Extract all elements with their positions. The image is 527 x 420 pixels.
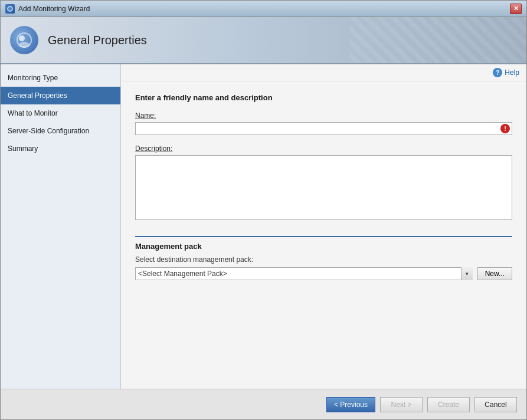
footer: < Previous Next > Create Cancel	[1, 389, 526, 419]
name-field-group: Name: !	[135, 111, 512, 135]
sidebar-item-monitoring-type[interactable]: Monitoring Type	[1, 69, 120, 87]
name-input[interactable]	[135, 122, 512, 135]
mgmt-pack-row: <Select Management Pack> ▼ New...	[135, 267, 512, 280]
help-label: Help	[505, 68, 519, 77]
svg-point-1	[8, 7, 12, 11]
svg-point-4	[19, 42, 30, 48]
sidebar-item-what-to-monitor[interactable]: What to Monitor	[1, 104, 120, 122]
sidebar-item-general-properties[interactable]: General Properties	[1, 87, 120, 104]
section-title: Enter a friendly name and description	[135, 93, 512, 102]
header-band: General Properties	[1, 17, 526, 64]
name-label: Name:	[135, 111, 512, 120]
window-icon	[5, 4, 15, 14]
mgmt-pack-title: Management pack	[135, 242, 512, 251]
previous-button[interactable]: < Previous	[326, 397, 375, 412]
wizard-window: Add Monitoring Wizard ✕ General Properti…	[0, 0, 527, 420]
mgmt-pack-select-wrapper: <Select Management Pack> ▼	[135, 267, 473, 280]
mgmt-pack-section: Management pack Select destination manag…	[135, 236, 512, 280]
help-icon: ?	[493, 68, 502, 77]
sidebar-item-summary[interactable]: Summary	[1, 140, 120, 158]
main-panel: ? Help Enter a friendly name and descrip…	[121, 64, 526, 389]
name-input-wrap: !	[135, 122, 512, 135]
sidebar-item-server-side-config[interactable]: Server-Side Configuration	[1, 122, 120, 140]
help-bar: ? Help	[121, 64, 526, 81]
help-link[interactable]: ? Help	[493, 68, 519, 77]
header-title: General Properties	[48, 34, 147, 47]
mgmt-pack-sublabel: Select destination management pack:	[135, 255, 512, 264]
mgmt-pack-select[interactable]: <Select Management Pack>	[135, 267, 473, 280]
svg-point-3	[19, 35, 25, 41]
create-button[interactable]: Create	[427, 397, 470, 412]
next-button[interactable]: Next >	[380, 397, 423, 412]
new-mgmt-pack-button[interactable]: New...	[477, 267, 512, 280]
title-bar: Add Monitoring Wizard ✕	[1, 1, 526, 17]
header-icon	[10, 26, 38, 54]
content-area: Monitoring Type General Properties What …	[1, 64, 526, 389]
description-label: Description:	[135, 145, 512, 153]
form-area: Enter a friendly name and description Na…	[121, 81, 526, 389]
description-field-group: Description:	[135, 145, 512, 222]
window-title: Add Monitoring Wizard	[18, 5, 510, 13]
close-button[interactable]: ✕	[510, 4, 522, 14]
name-error-icon: !	[500, 124, 510, 133]
cancel-button[interactable]: Cancel	[474, 397, 517, 412]
sidebar: Monitoring Type General Properties What …	[1, 64, 121, 389]
description-textarea[interactable]	[135, 155, 512, 220]
